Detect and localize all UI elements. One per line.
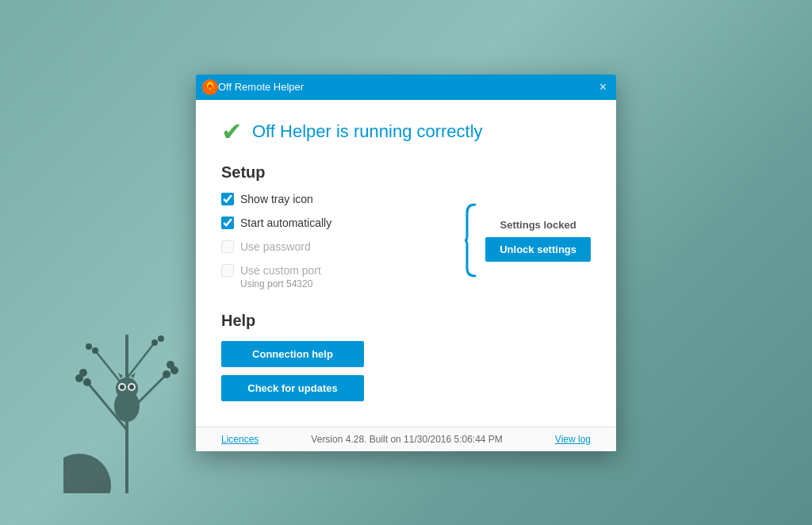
use-password-label[interactable]: Use password: [240, 240, 311, 253]
svg-point-20: [129, 385, 134, 389]
use-password-checkbox[interactable]: [221, 240, 234, 253]
licences-link[interactable]: Licences: [221, 434, 259, 445]
help-section: Help Connection help Check for updates: [221, 312, 591, 401]
svg-marker-22: [131, 373, 136, 378]
svg-point-19: [120, 385, 124, 389]
setup-area: Show tray icon Start automatically Use p…: [221, 193, 591, 289]
bracket-icon: [463, 201, 479, 280]
svg-point-6: [75, 374, 83, 382]
use-custom-port-row: Use custom port Using port 54320: [221, 264, 444, 289]
svg-line-4: [127, 343, 155, 378]
view-log-link[interactable]: View log: [555, 434, 591, 445]
svg-point-18: [128, 383, 136, 391]
svg-point-10: [167, 361, 174, 369]
svg-line-3: [95, 351, 127, 390]
check-icon: ✔: [221, 119, 243, 144]
use-custom-port-wrapper: Use custom port: [221, 264, 321, 277]
title-bar: Off Remote Helper ×: [196, 75, 616, 100]
show-tray-label[interactable]: Show tray icon: [240, 193, 313, 205]
window-content: ✔ Off Helper is running correctly Setup …: [196, 100, 616, 427]
check-updates-button[interactable]: Check for updates: [221, 375, 364, 401]
svg-point-7: [79, 369, 87, 377]
unlock-settings-button[interactable]: Unlock settings: [485, 237, 591, 262]
start-auto-checkbox[interactable]: [221, 217, 234, 229]
svg-point-14: [158, 335, 164, 342]
status-text: Off Helper is running correctly: [252, 121, 483, 142]
use-custom-port-checkbox[interactable]: [221, 264, 234, 277]
settings-locked-text: Settings locked: [500, 219, 576, 231]
start-auto-label[interactable]: Start automatically: [240, 217, 331, 229]
checkboxes-area: Show tray icon Start automatically Use p…: [221, 193, 444, 289]
svg-point-17: [118, 383, 126, 391]
svg-marker-21: [118, 373, 123, 378]
setup-title: Setup: [221, 163, 591, 182]
svg-point-23: [63, 454, 111, 493]
svg-point-27: [209, 87, 212, 90]
help-title: Help: [221, 312, 591, 330]
main-window: Off Remote Helper × ✔ Off Helper is runn…: [196, 75, 616, 451]
footer: Licences Version 4.28. Built on 11/30/20…: [196, 427, 616, 451]
show-tray-checkbox[interactable]: [221, 193, 234, 205]
svg-point-13: [151, 339, 158, 346]
window-title: Off Remote Helper: [218, 81, 596, 93]
lock-area: Settings locked Unlock settings: [463, 193, 591, 286]
svg-line-2: [127, 374, 167, 414]
version-text: Version 4.28. Built on 11/30/2016 5:06:4…: [311, 434, 503, 445]
svg-point-5: [83, 378, 91, 386]
svg-point-12: [86, 343, 92, 350]
bracket-container: Settings locked Unlock settings: [463, 201, 591, 280]
start-auto-row: Start automatically: [221, 217, 444, 229]
svg-point-8: [163, 370, 170, 378]
setup-section: Setup Show tray icon Start automatically: [221, 163, 591, 289]
status-header: ✔ Off Helper is running correctly: [221, 119, 591, 144]
connection-help-button[interactable]: Connection help: [221, 341, 364, 367]
show-tray-row: Show tray icon: [221, 193, 444, 205]
use-password-row: Use password: [221, 240, 444, 253]
svg-line-1: [87, 382, 127, 430]
close-button[interactable]: ×: [596, 81, 610, 94]
use-custom-port-label[interactable]: Use custom port: [240, 264, 321, 277]
svg-point-16: [116, 377, 138, 400]
svg-point-15: [114, 390, 140, 422]
svg-point-11: [92, 347, 98, 354]
lock-info: Settings locked Unlock settings: [485, 201, 591, 280]
port-note: Using port 54320: [240, 278, 312, 289]
app-icon: [202, 79, 218, 95]
svg-point-9: [170, 366, 178, 374]
